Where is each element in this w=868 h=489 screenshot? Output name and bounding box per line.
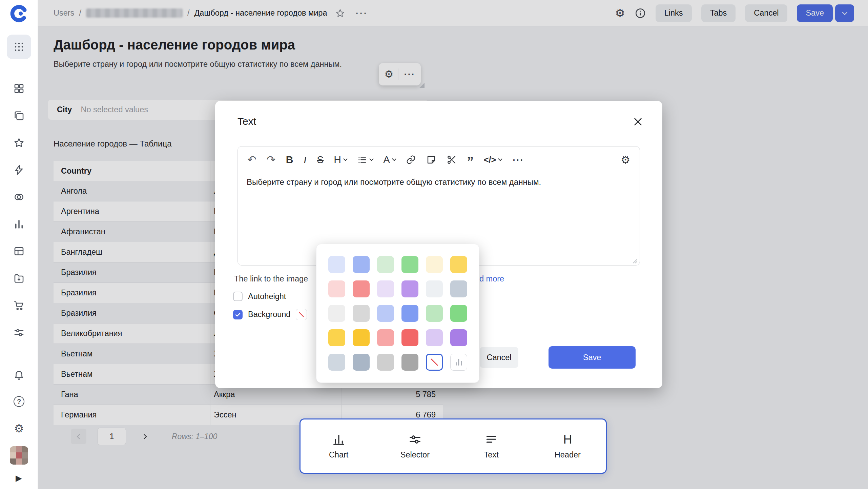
color-swatch[interactable] <box>377 256 394 273</box>
undo-icon[interactable]: ↶ <box>247 154 256 165</box>
list-button[interactable] <box>357 155 373 165</box>
editor-resize-handle[interactable] <box>632 258 637 263</box>
connections-icon[interactable] <box>13 273 25 284</box>
code-button[interactable]: </> <box>484 156 502 164</box>
transparent-swatch[interactable] <box>426 354 443 371</box>
color-swatch[interactable] <box>426 329 443 346</box>
toolbar-more-button[interactable]: ⋯ <box>512 154 524 165</box>
text-color-button[interactable]: A <box>383 155 396 165</box>
apps-grid-icon[interactable] <box>7 35 31 59</box>
dialog-cancel-button[interactable]: Cancel <box>480 347 518 368</box>
color-swatch[interactable] <box>377 329 394 346</box>
heading-button[interactable]: H <box>334 155 347 165</box>
editor-content[interactable]: Выберите страну и город или посмотрите о… <box>238 168 640 196</box>
image-link-hint: The link to the image <box>234 274 308 283</box>
color-swatch[interactable] <box>401 354 418 371</box>
color-swatch[interactable] <box>377 305 394 322</box>
add-text-button[interactable]: Text <box>453 433 530 459</box>
color-swatch[interactable] <box>377 280 394 297</box>
background-row: Background <box>233 309 307 320</box>
sidebar: ? ⚙ ▶ <box>0 0 38 489</box>
quote-button[interactable]: ” <box>467 155 474 168</box>
favorites-icon[interactable] <box>13 137 25 149</box>
dashboards-icon[interactable] <box>13 83 25 94</box>
color-swatch[interactable] <box>426 256 443 273</box>
color-swatch[interactable] <box>450 329 467 346</box>
services-icon[interactable] <box>13 327 25 338</box>
more-link[interactable]: d more <box>479 274 504 283</box>
chart-icon <box>332 433 345 446</box>
widget-add-panel: Chart Selector Text H Header <box>299 418 607 474</box>
chevron-down-icon <box>343 157 348 161</box>
background-label: Background <box>248 310 290 319</box>
color-swatch[interactable] <box>328 354 345 371</box>
notifications-icon[interactable] <box>13 369 25 380</box>
color-swatch[interactable] <box>328 256 345 273</box>
charts-icon[interactable] <box>13 218 25 230</box>
expand-icon[interactable]: ▶ <box>16 473 22 483</box>
datalens-logo-icon[interactable] <box>9 4 28 23</box>
palette-grid <box>316 244 479 383</box>
color-palette-popup <box>316 244 479 383</box>
background-checkbox[interactable] <box>233 310 243 319</box>
bold-button[interactable]: B <box>286 155 293 165</box>
add-chart-button[interactable]: Chart <box>301 433 377 459</box>
color-swatch[interactable] <box>401 329 418 346</box>
marketplace-icon[interactable] <box>13 300 25 311</box>
chevron-down-icon <box>369 157 374 161</box>
color-swatch[interactable] <box>353 305 370 322</box>
chart-colors-button[interactable] <box>450 354 467 371</box>
chevron-down-icon <box>498 157 502 161</box>
color-swatch[interactable] <box>401 280 418 297</box>
dialog-title: Text <box>237 116 256 127</box>
datasets-icon[interactable] <box>13 246 25 257</box>
color-swatch[interactable] <box>450 256 467 273</box>
link-button[interactable] <box>406 155 416 165</box>
color-swatch[interactable] <box>353 280 370 297</box>
relations-icon[interactable] <box>13 191 25 203</box>
color-swatch[interactable] <box>450 305 467 322</box>
editor-settings-icon[interactable]: ⚙ <box>621 155 630 165</box>
color-swatch[interactable] <box>353 256 370 273</box>
add-selector-button[interactable]: Selector <box>377 433 453 459</box>
header-h-icon: H <box>563 433 572 446</box>
user-avatar[interactable] <box>10 446 28 465</box>
selector-icon <box>409 433 421 446</box>
color-swatch[interactable] <box>450 280 467 297</box>
close-icon[interactable] <box>633 116 643 127</box>
italic-button[interactable]: I <box>303 155 307 165</box>
dialog-save-button[interactable]: Save <box>549 346 636 369</box>
color-swatch[interactable] <box>353 329 370 346</box>
cut-button[interactable] <box>447 155 457 165</box>
help-icon[interactable]: ? <box>13 396 25 407</box>
color-swatch[interactable] <box>401 256 418 273</box>
editor-toolbar: ↶ ↷ B I S H A ” </> ⋯ ⚙ <box>238 146 640 168</box>
redo-icon[interactable]: ↷ <box>267 154 276 165</box>
color-swatch[interactable] <box>377 354 394 371</box>
background-color-swatch[interactable] <box>296 309 307 320</box>
autoheight-checkbox[interactable] <box>233 292 243 301</box>
color-swatch[interactable] <box>328 280 345 297</box>
collections-icon[interactable] <box>13 110 25 121</box>
text-icon <box>485 433 498 446</box>
color-swatch[interactable] <box>426 305 443 322</box>
strikethrough-button[interactable]: S <box>317 155 324 165</box>
chevron-down-icon <box>392 157 396 161</box>
color-swatch[interactable] <box>401 305 418 322</box>
autoheight-row: Autoheight <box>233 292 286 301</box>
gear-icon: ⚙ <box>14 423 24 434</box>
autoheight-label: Autoheight <box>248 292 286 301</box>
settings-icon[interactable]: ⚙ <box>13 423 25 434</box>
add-header-button[interactable]: H Header <box>530 433 606 459</box>
color-swatch[interactable] <box>426 280 443 297</box>
note-button[interactable] <box>426 155 436 165</box>
color-swatch[interactable] <box>328 329 345 346</box>
color-swatch[interactable] <box>328 305 345 322</box>
color-swatch[interactable] <box>353 354 370 371</box>
editor-icon[interactable] <box>13 164 25 176</box>
